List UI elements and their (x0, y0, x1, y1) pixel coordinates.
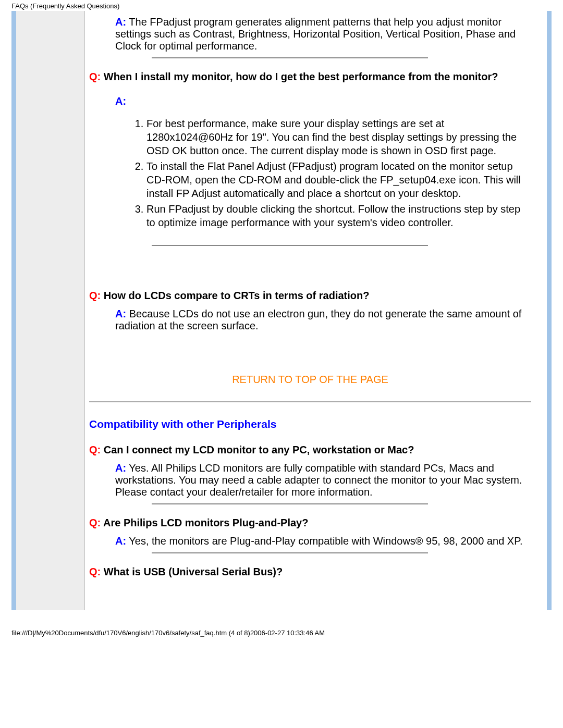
answer-fpadjust: A: The FPadjust program generates alignm… (115, 16, 531, 52)
list-item: To install the Flat Panel Adjust (FPadju… (146, 159, 531, 200)
question-best-performance: Q: When I install my monitor, how do I g… (89, 71, 531, 83)
divider (152, 245, 428, 246)
question-usb: Q: What is USB (Universal Serial Bus)? (89, 566, 531, 578)
a-label: A: (115, 462, 126, 474)
q-text: What is USB (Universal Serial Bus)? (101, 566, 283, 577)
a-label: A: (115, 535, 126, 547)
a-label-standalone: A: (115, 95, 531, 107)
main-content: A: The FPadjust program generates alignm… (84, 11, 547, 610)
answer-text: The FPadjust program generates alignment… (115, 16, 516, 52)
answer-text: Because LCDs do not use an electron gun,… (115, 308, 521, 331)
question-lcd-crt-radiation: Q: How do LCDs compare to CRTs in terms … (89, 290, 531, 302)
content-frame: A: The FPadjust program generates alignm… (11, 11, 552, 610)
answer-plug-and-play: A: Yes, the monitors are Plug-and-Play c… (115, 535, 531, 547)
q-label: Q: (89, 290, 101, 301)
answer-lcd-crt-radiation: A: Because LCDs do not use an electron g… (115, 308, 531, 332)
q-text: When I install my monitor, how do I get … (101, 71, 498, 82)
q-label: Q: (89, 71, 101, 82)
list-item: For best performance, make sure your dis… (146, 117, 531, 157)
q-text: Can I connect my LCD monitor to any PC, … (101, 444, 414, 455)
divider (152, 552, 428, 553)
answer-connect-pc-mac: A: Yes. All Philips LCD monitors are ful… (115, 462, 531, 498)
left-sidebar-gutter (16, 11, 84, 610)
answer-text: Yes. All Philips LCD monitors are fully … (115, 462, 522, 498)
question-connect-pc-mac: Q: Can I connect my LCD monitor to any P… (89, 444, 531, 456)
a-label: A: (115, 16, 126, 28)
section-divider (89, 401, 531, 402)
divider (152, 503, 428, 504)
q-label: Q: (89, 566, 101, 577)
answer-text: Yes, the monitors are Plug-and-Play comp… (126, 535, 522, 547)
list-item: Run FPadjust by double clicking the shor… (146, 202, 531, 229)
q-label: Q: (89, 517, 101, 528)
q-text: Are Philips LCD monitors Plug-and-Play? (101, 517, 308, 528)
a-label: A: (115, 308, 126, 319)
section-title-compatibility: Compatibility with other Peripherals (89, 418, 531, 430)
q-label: Q: (89, 444, 101, 455)
q-text: How do LCDs compare to CRTs in terms of … (101, 290, 369, 301)
page-header-title: FAQs (Frequently Asked Questions) (0, 0, 563, 11)
answer-steps-list: For best performance, make sure your dis… (131, 117, 531, 229)
divider (152, 57, 428, 58)
return-to-top-link[interactable]: RETURN TO TOP OF THE PAGE (89, 374, 531, 386)
footer-file-path: file:///D|/My%20Documents/dfu/170V6/engl… (0, 610, 563, 637)
question-plug-and-play: Q: Are Philips LCD monitors Plug-and-Pla… (89, 517, 531, 529)
